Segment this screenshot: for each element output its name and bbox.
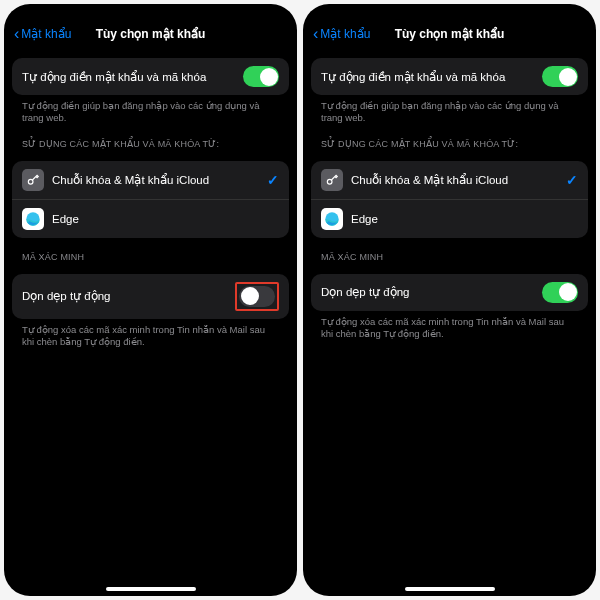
source-icloud-row[interactable]: Chuỗi khóa & Mật khẩu iCloud ✓	[12, 161, 289, 199]
autofill-footer: Tự động điền giúp bạn đăng nhập vào các …	[12, 95, 289, 125]
phone-right: ‹ Mật khẩu Tùy chọn mật khẩu Tự động điề…	[303, 4, 596, 596]
back-button[interactable]: ‹ Mật khẩu	[313, 26, 370, 42]
verification-footer: Tự động xóa các mã xác minh trong Tin nh…	[12, 319, 289, 349]
sources-group: Chuỗi khóa & Mật khẩu iCloud ✓ Edge	[311, 161, 588, 238]
notch	[405, 4, 495, 18]
source-icloud-label: Chuỗi khóa & Mật khẩu iCloud	[351, 173, 558, 187]
source-icloud-label: Chuỗi khóa & Mật khẩu iCloud	[52, 173, 259, 187]
autofill-group: Tự động điền mật khẩu và mã khóa	[12, 58, 289, 95]
sources-header: SỬ DỤNG CÁC MẬT KHẨU VÀ MÃ KHÓA TỪ:	[311, 125, 588, 153]
cleanup-row[interactable]: Dọn dẹp tự động	[12, 274, 289, 319]
source-icloud-row[interactable]: Chuỗi khóa & Mật khẩu iCloud ✓	[311, 161, 588, 199]
verification-group: Dọn dẹp tự động	[311, 274, 588, 311]
sources-group: Chuỗi khóa & Mật khẩu iCloud ✓ Edge	[12, 161, 289, 238]
autofill-toggle[interactable]	[542, 66, 578, 87]
edge-icon	[321, 208, 343, 230]
chevron-left-icon: ‹	[14, 26, 19, 42]
cleanup-row[interactable]: Dọn dẹp tự động	[311, 274, 588, 311]
back-label: Mật khẩu	[320, 27, 370, 41]
svg-point-2	[327, 179, 332, 184]
verification-header: MÃ XÁC MINH	[311, 238, 588, 266]
home-indicator	[405, 587, 495, 591]
highlight-box	[235, 282, 279, 311]
check-icon: ✓	[267, 172, 279, 188]
source-edge-label: Edge	[351, 213, 578, 225]
chevron-left-icon: ‹	[313, 26, 318, 42]
verification-footer: Tự động xóa các mã xác minh trong Tin nh…	[311, 311, 588, 341]
verification-header: MÃ XÁC MINH	[12, 238, 289, 266]
phone-left: ‹ Mật khẩu Tùy chọn mật khẩu Tự động điề…	[4, 4, 297, 596]
check-icon: ✓	[566, 172, 578, 188]
source-edge-row[interactable]: Edge	[12, 199, 289, 238]
home-indicator	[106, 587, 196, 591]
cleanup-label: Dọn dẹp tự động	[22, 289, 227, 303]
cleanup-toggle[interactable]	[542, 282, 578, 303]
autofill-group: Tự động điền mật khẩu và mã khóa	[311, 58, 588, 95]
sources-header: SỬ DỤNG CÁC MẬT KHẨU VÀ MÃ KHÓA TỪ:	[12, 125, 289, 153]
autofill-label: Tự động điền mật khẩu và mã khóa	[22, 70, 235, 84]
cleanup-toggle[interactable]	[239, 286, 275, 307]
verification-group: Dọn dẹp tự động	[12, 274, 289, 319]
autofill-row[interactable]: Tự động điền mật khẩu và mã khóa	[311, 58, 588, 95]
source-edge-row[interactable]: Edge	[311, 199, 588, 238]
edge-icon	[22, 208, 44, 230]
autofill-toggle[interactable]	[243, 66, 279, 87]
source-edge-label: Edge	[52, 213, 279, 225]
key-icon	[321, 169, 343, 191]
cleanup-label: Dọn dẹp tự động	[321, 285, 534, 299]
autofill-footer: Tự động điền giúp bạn đăng nhập vào các …	[311, 95, 588, 125]
key-icon	[22, 169, 44, 191]
back-button[interactable]: ‹ Mật khẩu	[14, 26, 71, 42]
notch	[106, 4, 196, 18]
autofill-row[interactable]: Tự động điền mật khẩu và mã khóa	[12, 58, 289, 95]
svg-point-0	[28, 179, 33, 184]
back-label: Mật khẩu	[21, 27, 71, 41]
autofill-label: Tự động điền mật khẩu và mã khóa	[321, 70, 534, 84]
